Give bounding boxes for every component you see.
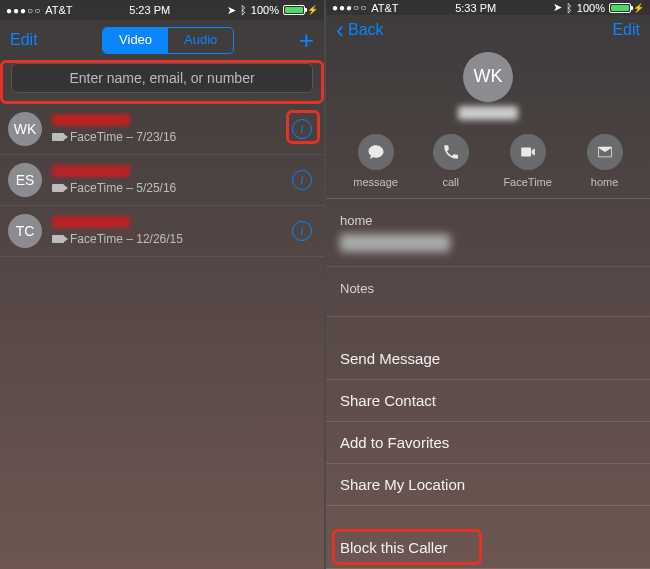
edit-button[interactable]: Edit xyxy=(612,21,640,39)
phone-number-redacted xyxy=(340,234,450,252)
mail-icon xyxy=(587,134,623,170)
edit-button[interactable]: Edit xyxy=(10,31,38,49)
carrier-label: AT&T xyxy=(371,2,398,14)
contact-header: WK xyxy=(326,46,650,134)
segment-audio[interactable]: Audio xyxy=(168,28,233,53)
recents-list: WK FaceTime – 7/23/16 i ES FaceTime – 5/… xyxy=(0,104,324,569)
call-action[interactable]: call xyxy=(433,134,469,188)
caller-name-redacted xyxy=(52,165,130,177)
contact-detail-screen: ●●●○○ AT&T 5:33 PM ➤ ᛒ 100% ⚡ Back Edit … xyxy=(326,0,650,569)
search-placeholder: Enter name, email, or number xyxy=(69,70,254,86)
message-action[interactable]: message xyxy=(353,134,398,188)
video-icon xyxy=(52,184,64,192)
carrier-label: AT&T xyxy=(45,4,72,16)
location-icon: ➤ xyxy=(553,1,562,14)
info-button[interactable]: i xyxy=(292,221,312,241)
avatar: WK xyxy=(8,112,42,146)
nav-bar: Edit Video Audio + xyxy=(0,20,324,60)
bluetooth-icon: ᛒ xyxy=(240,4,247,16)
message-icon xyxy=(358,134,394,170)
notes-field[interactable]: Notes xyxy=(326,267,650,317)
section-gap xyxy=(326,317,650,338)
facetime-action[interactable]: FaceTime xyxy=(503,134,552,188)
action-label: FaceTime xyxy=(503,176,552,188)
video-icon xyxy=(52,235,64,243)
battery-percent: 100% xyxy=(577,2,605,14)
bluetooth-icon: ᛒ xyxy=(566,2,573,14)
clock-label: 5:33 PM xyxy=(455,2,496,14)
add-favorites-row[interactable]: Add to Favorites xyxy=(326,422,650,464)
call-row[interactable]: TC FaceTime – 12/26/15 i xyxy=(0,206,324,257)
search-highlight: Enter name, email, or number xyxy=(0,60,324,104)
contact-name-redacted xyxy=(458,106,518,120)
call-row[interactable]: WK FaceTime – 7/23/16 i xyxy=(0,104,324,155)
avatar: ES xyxy=(8,163,42,197)
signal-dots-icon: ●●●○○ xyxy=(332,2,367,13)
section-gap xyxy=(326,506,650,527)
call-subtitle: FaceTime – 12/26/15 xyxy=(70,232,183,246)
call-row[interactable]: ES FaceTime – 5/25/16 i xyxy=(0,155,324,206)
video-icon xyxy=(510,134,546,170)
search-input[interactable]: Enter name, email, or number xyxy=(11,63,313,93)
status-bar: ●●●○○ AT&T 5:33 PM ➤ ᛒ 100% ⚡ xyxy=(326,0,650,15)
signal-dots-icon: ●●●○○ xyxy=(6,5,41,16)
call-subtitle: FaceTime – 5/25/16 xyxy=(70,181,176,195)
video-icon xyxy=(52,133,64,141)
info-button[interactable]: i xyxy=(292,170,312,190)
back-button[interactable]: Back xyxy=(336,21,384,39)
caller-name-redacted xyxy=(52,114,130,126)
avatar: WK xyxy=(463,52,513,102)
action-label: home xyxy=(591,176,619,188)
field-label: Notes xyxy=(340,281,636,296)
segment-video[interactable]: Video xyxy=(103,28,168,53)
add-button[interactable]: + xyxy=(299,25,314,56)
send-message-row[interactable]: Send Message xyxy=(326,338,650,380)
action-label: message xyxy=(353,176,398,188)
call-subtitle: FaceTime – 7/23/16 xyxy=(70,130,176,144)
phone-icon xyxy=(433,134,469,170)
share-location-row[interactable]: Share My Location xyxy=(326,464,650,506)
battery-icon: ⚡ xyxy=(609,3,644,13)
home-action[interactable]: home xyxy=(587,134,623,188)
clock-label: 5:23 PM xyxy=(129,4,170,16)
nav-bar: Back Edit xyxy=(326,15,650,45)
share-contact-row[interactable]: Share Contact xyxy=(326,380,650,422)
info-button[interactable]: i xyxy=(292,119,312,139)
field-label: home xyxy=(340,213,636,228)
avatar: TC xyxy=(8,214,42,248)
action-label: call xyxy=(442,176,459,188)
status-bar: ●●●○○ AT&T 5:23 PM ➤ ᛒ 100% ⚡ xyxy=(0,0,324,20)
battery-icon: ⚡ xyxy=(283,5,318,15)
home-field[interactable]: home xyxy=(326,199,650,267)
location-icon: ➤ xyxy=(227,4,236,17)
action-row: message call FaceTime home xyxy=(326,134,650,199)
block-caller-row[interactable]: Block this Caller xyxy=(326,527,650,569)
battery-percent: 100% xyxy=(251,4,279,16)
facetime-recents-screen: ●●●○○ AT&T 5:23 PM ➤ ᛒ 100% ⚡ Edit Video… xyxy=(0,0,324,569)
video-audio-segment[interactable]: Video Audio xyxy=(102,27,234,54)
caller-name-redacted xyxy=(52,216,130,228)
